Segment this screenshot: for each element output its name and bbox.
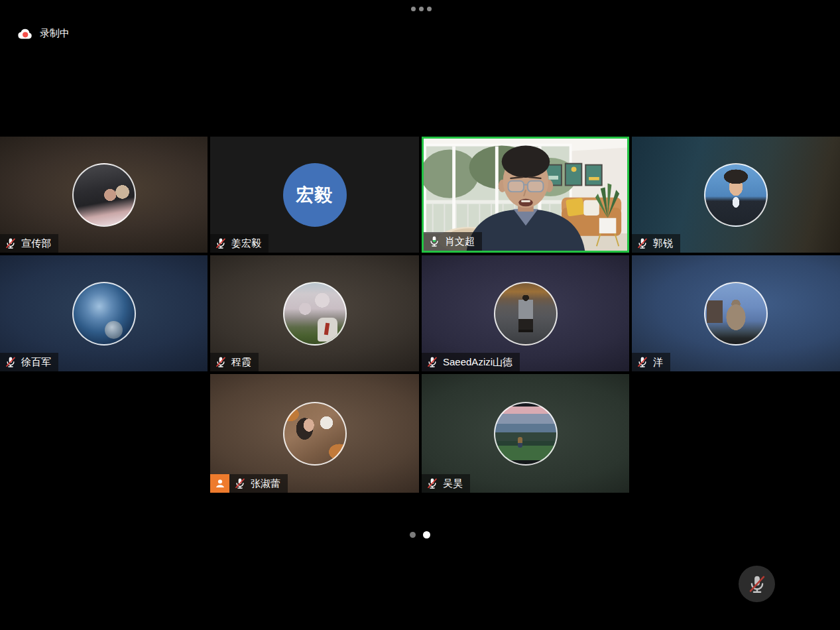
mic-muted-icon (5, 237, 17, 249)
participant-name: 吴昊 (443, 477, 463, 490)
avatar-person (518, 437, 522, 448)
participant-name: 郭锐 (653, 237, 673, 250)
participant-name: 张淑蕾 (251, 477, 280, 490)
mic-muted-icon (215, 237, 227, 249)
recording-indicator[interactable]: 录制中 (17, 27, 70, 40)
avatar (72, 163, 136, 227)
participant-tile-xuanchuanbu[interactable]: 宣传部 (0, 137, 208, 253)
dot (419, 7, 424, 11)
recording-label: 录制中 (40, 27, 70, 40)
mic-muted-large-icon (747, 574, 767, 594)
avatar (494, 402, 558, 466)
page-dot-2-active[interactable] (423, 531, 430, 538)
participant-name: 肖文超 (445, 235, 475, 248)
page-indicator (0, 531, 840, 538)
participant-tile-yang[interactable]: 洋 (632, 255, 840, 371)
mic-muted-icon (636, 356, 648, 368)
avatar-moon (105, 321, 123, 339)
participant-tile-chengxia[interactable]: 程霞 (210, 255, 419, 371)
avatar (494, 282, 558, 346)
participant-tile-saeedazizi[interactable]: SaeedAzizi山德 (422, 255, 629, 371)
participant-name: SaeedAzizi山德 (443, 356, 512, 369)
dot (411, 7, 416, 11)
avatar (704, 163, 768, 227)
participant-name: 宣传部 (21, 237, 51, 250)
mute-toggle-button[interactable] (739, 566, 775, 602)
dot (427, 7, 432, 11)
mic-active-icon (428, 235, 440, 247)
participant-tile-wuhao[interactable]: 吴昊 (422, 374, 629, 493)
avatar (283, 282, 347, 346)
avatar-house (707, 300, 723, 323)
more-dots-icon[interactable] (411, 7, 432, 11)
page-dot-1[interactable] (410, 532, 416, 538)
participant-name: 程霞 (231, 356, 251, 369)
avatar (72, 282, 136, 346)
participant-name: 徐百军 (21, 356, 51, 369)
avatar (704, 282, 768, 346)
avatar-initials: 宏毅 (283, 163, 347, 227)
mic-muted-icon (215, 356, 227, 368)
mic-muted-icon (426, 477, 438, 489)
mic-muted-icon (636, 237, 648, 249)
host-badge-icon (210, 474, 229, 493)
participant-name: 姜宏毅 (231, 237, 261, 250)
participant-tile-xiaowenchao-active-speaker[interactable]: 肖文超 (422, 137, 629, 253)
participant-name: 洋 (653, 356, 663, 369)
mic-muted-icon (234, 477, 246, 489)
participant-tile-jianghongyi[interactable]: 宏毅 姜宏毅 (210, 137, 419, 253)
participant-tile-zhangshulei[interactable]: 张淑蕾 (210, 374, 419, 493)
participant-tile-xubaijun[interactable]: 徐百军 (0, 255, 208, 371)
avatar (283, 402, 347, 466)
participant-tile-guorui[interactable]: 郭锐 (632, 137, 840, 253)
mic-muted-icon (426, 356, 438, 368)
meeting-window: 录制中 宣传部 宏毅 (0, 0, 840, 630)
mic-muted-icon (5, 356, 17, 368)
avatar-stone (318, 318, 337, 342)
avatar-figure (518, 295, 533, 332)
recording-cloud-icon (17, 28, 34, 40)
